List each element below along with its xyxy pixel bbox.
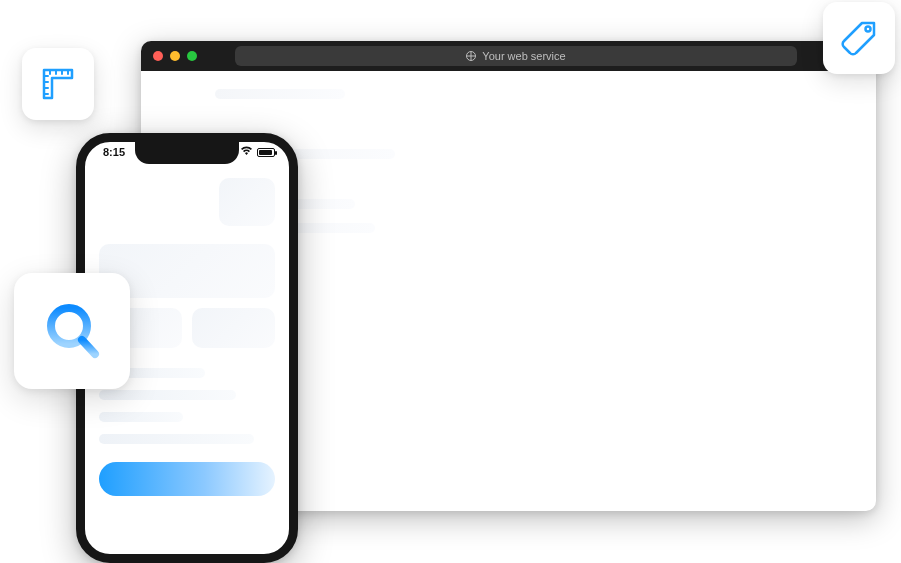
search-tile [14,273,130,389]
minimize-window-icon[interactable] [170,51,180,61]
skeleton-line [215,89,345,99]
status-time: 8:15 [103,146,125,158]
ruler-icon [38,64,78,104]
window-controls[interactable] [153,51,197,61]
close-window-icon[interactable] [153,51,163,61]
globe-icon [466,51,476,61]
skeleton-line [99,412,183,422]
svg-line-2 [82,340,95,354]
tag-icon [838,17,880,59]
skeleton-line [99,390,236,400]
browser-titlebar: Your web service ⤢ [141,41,876,71]
phone-notch [135,142,239,164]
address-bar-text: Your web service [482,50,565,62]
wifi-icon [240,146,253,158]
ruler-tile [22,48,94,120]
search-icon [37,296,107,366]
skeleton-card [192,308,275,348]
skeleton-line [99,434,254,444]
maximize-window-icon[interactable] [187,51,197,61]
skeleton-cta-button [99,462,275,496]
battery-icon [257,148,275,157]
tag-tile [823,2,895,74]
address-bar[interactable]: Your web service [235,46,797,66]
svg-point-0 [866,27,871,32]
skeleton-card [219,178,275,226]
